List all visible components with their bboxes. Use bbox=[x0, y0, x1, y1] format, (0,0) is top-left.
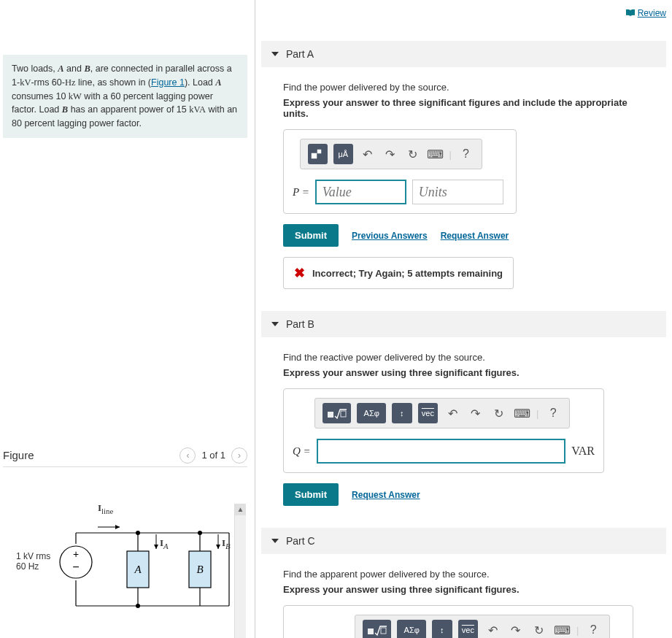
book-icon bbox=[625, 8, 636, 19]
units-button[interactable]: μÅ bbox=[333, 144, 353, 164]
part-b-instruction: Find the reactive power delivered by the… bbox=[283, 352, 644, 363]
figure-link[interactable]: Figure 1 bbox=[151, 77, 185, 88]
units-input[interactable] bbox=[412, 180, 503, 204]
scroll-up-icon[interactable]: ▲ bbox=[235, 504, 246, 515]
submit-button[interactable]: Submit bbox=[283, 483, 339, 506]
eq-label-p: P = bbox=[293, 186, 309, 199]
separator: | bbox=[536, 408, 538, 419]
part-b-bold: Express your answer using three signific… bbox=[283, 367, 644, 378]
collapse-icon bbox=[271, 322, 279, 326]
undo-button[interactable]: ↶ bbox=[444, 404, 461, 422]
svg-point-17 bbox=[136, 604, 140, 608]
problem-statement: Two loads, A and B, are connected in par… bbox=[3, 55, 247, 138]
label-ia: IA bbox=[160, 537, 169, 550]
help-button[interactable]: ? bbox=[584, 621, 602, 638]
value-input[interactable] bbox=[315, 180, 406, 204]
figure-next-button[interactable]: › bbox=[231, 447, 247, 464]
undo-button[interactable]: ↶ bbox=[359, 145, 376, 163]
svg-marker-20 bbox=[115, 525, 120, 529]
keyboard-button[interactable]: ⌨ bbox=[513, 404, 530, 422]
part-a-toolbar: μÅ ↶ ↷ ↻ ⌨ | ? bbox=[300, 139, 482, 169]
subscript-button[interactable]: ↕ bbox=[432, 620, 452, 638]
var-b: B bbox=[84, 64, 90, 74]
figure-title: Figure bbox=[3, 449, 34, 461]
part-b-toolbar: ΑΣφ ↕ vec ↶ ↷ ↻ ⌨ | ? bbox=[314, 398, 570, 428]
svg-text:+: + bbox=[73, 548, 79, 560]
text: ). Load bbox=[185, 77, 215, 88]
redo-button[interactable]: ↷ bbox=[382, 145, 398, 163]
unit: Hz bbox=[65, 77, 76, 88]
unit: kW bbox=[69, 91, 82, 101]
feedback-box: ✖ Incorrect; Try Again; 5 attempts remai… bbox=[283, 257, 514, 289]
figure-area: ▲ ▼ + − bbox=[3, 504, 247, 638]
reset-button[interactable]: ↻ bbox=[404, 145, 421, 163]
request-answer-link[interactable]: Request Answer bbox=[352, 490, 420, 500]
redo-button[interactable]: ↷ bbox=[507, 621, 525, 638]
svg-rect-30 bbox=[381, 628, 386, 634]
part-c-title: Part C bbox=[286, 535, 315, 547]
review-link[interactable]: Review bbox=[638, 8, 666, 18]
value-input[interactable] bbox=[317, 439, 566, 464]
figure-pager: ‹ 1 of 1 › bbox=[179, 447, 247, 464]
var-a: A bbox=[215, 77, 221, 88]
label-iline: Iline bbox=[98, 502, 113, 515]
greek-button[interactable]: ΑΣφ bbox=[397, 620, 425, 638]
subscript-button[interactable]: ↕ bbox=[392, 403, 412, 423]
part-b-header[interactable]: Part B bbox=[261, 311, 666, 337]
sqrt-button[interactable] bbox=[323, 403, 351, 423]
svg-rect-25 bbox=[312, 153, 317, 158]
text: -rms 60- bbox=[31, 77, 65, 88]
part-b-input-row: Q = VAR bbox=[293, 439, 595, 464]
keyboard-button[interactable]: ⌨ bbox=[553, 621, 571, 638]
var-b: B bbox=[62, 104, 68, 115]
part-c-bold: Express your answer using three signific… bbox=[283, 584, 644, 595]
part-b-body: Find the reactive power delivered by the… bbox=[261, 352, 666, 528]
undo-button[interactable]: ↶ bbox=[484, 621, 501, 638]
unit: kV bbox=[20, 77, 31, 88]
template-button[interactable] bbox=[308, 144, 328, 164]
vector-button[interactable]: vec bbox=[418, 403, 439, 423]
svg-marker-22 bbox=[154, 545, 158, 549]
svg-rect-26 bbox=[317, 150, 321, 153]
circuit-diagram: + − A B bbox=[10, 504, 236, 628]
greek-button[interactable]: ΑΣφ bbox=[357, 403, 385, 423]
part-a-bold: Express your answer to three significant… bbox=[283, 97, 644, 119]
part-c-header[interactable]: Part C bbox=[261, 528, 666, 554]
reset-button[interactable]: ↻ bbox=[530, 621, 548, 638]
part-b-title: Part B bbox=[286, 318, 314, 330]
svg-rect-28 bbox=[341, 411, 346, 417]
text: line, as shown in ( bbox=[76, 77, 152, 88]
reset-button[interactable]: ↻ bbox=[490, 404, 508, 422]
help-button[interactable]: ? bbox=[544, 404, 562, 422]
var-a: A bbox=[58, 64, 63, 74]
submit-button[interactable]: Submit bbox=[283, 224, 339, 247]
feedback-text: Incorrect; Try Again; 5 attempts remaini… bbox=[312, 268, 503, 279]
part-a-instruction: Find the power delivered by the source. bbox=[283, 82, 644, 93]
text: has an apparent power of 15 bbox=[68, 104, 189, 115]
keyboard-button[interactable]: ⌨ bbox=[427, 145, 444, 163]
svg-point-18 bbox=[198, 531, 202, 535]
help-button[interactable]: ? bbox=[457, 145, 474, 163]
svg-text:−: − bbox=[72, 561, 79, 573]
request-answer-link[interactable]: Request Answer bbox=[441, 231, 509, 241]
separator: | bbox=[449, 149, 452, 160]
part-c-toolbar: ΑΣφ ↕ vec ↶ ↷ ↻ ⌨ | ? bbox=[355, 615, 610, 638]
redo-button[interactable]: ↷ bbox=[467, 404, 484, 422]
right-panel: Review Part A Find the power delivered b… bbox=[255, 0, 672, 638]
text: Two loads, bbox=[12, 64, 58, 74]
svg-rect-29 bbox=[368, 629, 374, 634]
sqrt-button[interactable] bbox=[363, 620, 391, 638]
vector-button[interactable]: vec bbox=[458, 620, 479, 638]
unit: kVA bbox=[189, 104, 206, 115]
svg-text:A: A bbox=[134, 564, 142, 575]
part-a-header[interactable]: Part A bbox=[261, 41, 666, 67]
text: consumes 10 bbox=[12, 91, 69, 101]
figure-prev-button[interactable]: ‹ bbox=[179, 447, 196, 464]
figure-header: Figure ‹ 1 of 1 › bbox=[3, 445, 247, 467]
unit-var: VAR bbox=[571, 445, 595, 458]
eq-label-q: Q = bbox=[293, 445, 311, 458]
previous-answers-link[interactable]: Previous Answers bbox=[352, 231, 428, 241]
svg-point-16 bbox=[136, 531, 140, 535]
text: and bbox=[64, 64, 85, 74]
svg-marker-24 bbox=[216, 545, 220, 549]
